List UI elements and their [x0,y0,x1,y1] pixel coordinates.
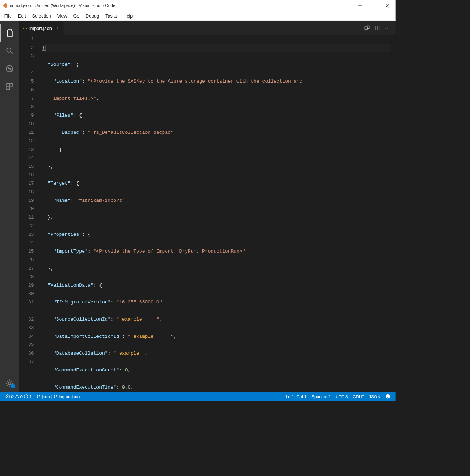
menu-view[interactable]: View [54,13,70,18]
editor-column: {} import.json × ··· 1234567891011121314… [19,21,396,392]
svg-rect-0 [358,5,362,5]
svg-rect-7 [7,87,9,90]
status-feedback-icon[interactable] [383,394,393,399]
tab-import-json[interactable]: {} import.json × [19,21,64,35]
status-git-branch[interactable]: json | import.json [34,394,82,399]
svg-rect-5 [7,84,9,86]
svg-rect-14 [26,396,26,398]
status-encoding[interactable]: UTF-8 [333,394,350,399]
split-editor-icon[interactable] [375,25,381,31]
menu-selection[interactable]: Selection [29,13,54,18]
close-icon[interactable]: × [56,25,59,31]
window-title: import.json - Untitled (Workspace) - Vis… [10,3,353,8]
svg-rect-15 [26,396,26,396]
svg-point-24 [388,396,389,396]
svg-point-4 [8,68,11,70]
svg-point-16 [37,395,38,396]
activity-extensions[interactable] [0,78,19,95]
compare-changes-icon[interactable] [364,25,370,31]
code-editor[interactable]: 1234567891011121314151617181920212223242… [19,35,396,392]
svg-point-17 [39,395,40,396]
window-maximize-button[interactable] [367,1,380,11]
svg-point-8 [8,382,11,385]
svg-rect-6 [10,84,12,86]
activity-search[interactable] [0,42,19,60]
menu-debug[interactable]: Debug [83,13,102,18]
line-number-gutter: 1234567891011121314151617181920212223242… [19,35,41,392]
tab-label: import.json [29,25,52,30]
more-actions-icon[interactable]: ··· [385,25,391,31]
window-minimize-button[interactable] [353,1,367,11]
json-file-icon: {} [23,26,27,30]
svg-rect-1 [372,4,375,7]
settings-badge: 1 [11,384,16,388]
window-close-button[interactable] [380,1,394,11]
menu-go[interactable]: Go [70,13,83,18]
code-content[interactable]: { "Source": { "Location": "<Provide the … [41,35,396,392]
menubar: File Edit Selection View Go Debug Tasks … [0,11,396,21]
svg-point-22 [386,394,390,399]
svg-point-23 [387,396,387,396]
status-problems[interactable]: 0 0 1 [3,394,34,399]
menu-edit[interactable]: Edit [15,13,29,18]
main-area: 1 {} import.json × ··· 123456 [0,21,396,392]
window-titlebar: import.json - Untitled (Workspace) - Vis… [0,0,396,11]
activity-bar: 1 [0,21,19,392]
status-bar: 0 0 1 json | import.json Ln 1, Col 1 Spa… [0,392,396,401]
svg-point-20 [56,395,57,396]
tab-actions: ··· [364,21,396,35]
editor-tabs: {} import.json × ··· [19,21,396,35]
status-language[interactable]: JSON [367,394,383,399]
activity-explorer[interactable] [0,24,19,42]
status-eol[interactable]: CRLF [350,394,366,399]
menu-tasks[interactable]: Tasks [102,13,120,18]
menu-file[interactable]: File [1,13,15,18]
vscode-logo-icon [2,3,8,9]
menu-help[interactable]: Help [120,13,136,18]
svg-point-2 [7,48,11,52]
vertical-scrollbar[interactable] [391,35,396,392]
status-cursor-position[interactable]: Ln 1, Col 1 [283,394,309,399]
svg-point-19 [54,395,55,396]
activity-debug[interactable] [0,60,19,78]
window-controls [353,1,394,11]
activity-settings[interactable]: 1 [0,374,19,392]
status-indentation[interactable]: Spaces: 2 [309,394,333,399]
